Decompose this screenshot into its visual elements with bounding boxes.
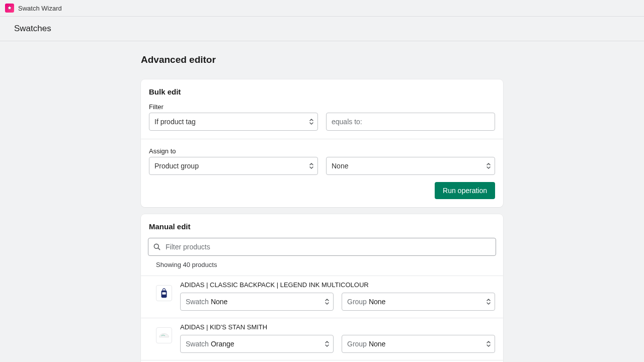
manual-edit-card: Manual edit Showing 40 products ADIDAS |… (141, 214, 503, 362)
svg-rect-2 (162, 292, 166, 295)
assign-label: Assign to (149, 147, 495, 155)
bulk-edit-card: Bulk edit Filter If product tag Assign t… (141, 79, 503, 207)
assign-type-value: Product group (154, 162, 199, 170)
group-prefix: Group (347, 298, 367, 306)
subbar: Swatches (0, 17, 644, 41)
product-row: ADIDAS | SUPERSTAR 80S (141, 360, 503, 362)
product-group-select[interactable]: Group None (342, 293, 495, 311)
product-swatch-select[interactable]: Swatch None (180, 293, 334, 311)
swatch-value: Orange (211, 340, 234, 348)
filter-select[interactable]: If product tag (149, 113, 318, 131)
app-icon (5, 4, 14, 13)
manual-edit-title: Manual edit (149, 222, 495, 231)
swatch-prefix: Swatch (186, 298, 209, 306)
topbar: Swatch Wizard (0, 0, 644, 17)
product-count: Showing 40 products (156, 261, 503, 268)
swatch-value: None (211, 298, 227, 306)
product-name: ADIDAS | KID'S STAN SMITH (180, 323, 495, 331)
run-operation-button[interactable]: Run operation (435, 182, 495, 199)
assign-type-select[interactable]: Product group (149, 157, 318, 175)
search-input[interactable] (148, 238, 496, 256)
bulk-edit-title: Bulk edit (149, 87, 495, 96)
group-prefix: Group (347, 340, 367, 348)
group-value: None (369, 340, 385, 348)
product-thumbnail (156, 285, 172, 301)
product-group-select[interactable]: Group None (342, 335, 495, 353)
page-title: Advanced editor (141, 54, 503, 65)
product-name: ADIDAS | CLASSIC BACKPACK | LEGEND INK M… (180, 281, 495, 289)
subbar-title: Swatches (14, 24, 630, 34)
assign-value-value: None (332, 162, 348, 170)
filter-value-input[interactable] (326, 113, 495, 131)
swatch-prefix: Swatch (186, 340, 209, 348)
product-row: ADIDAS | CLASSIC BACKPACK | LEGEND INK M… (141, 276, 503, 318)
product-row: ADIDAS | KID'S STAN SMITH Swatch Orange … (141, 318, 503, 360)
filter-label: Filter (149, 103, 495, 111)
assign-value-select[interactable]: None (326, 157, 495, 175)
filter-select-value: If product tag (154, 118, 196, 126)
app-name: Swatch Wizard (18, 5, 62, 12)
product-swatch-select[interactable]: Swatch Orange (180, 335, 334, 353)
search-icon (153, 243, 161, 251)
group-value: None (369, 298, 385, 306)
product-thumbnail (156, 327, 172, 343)
